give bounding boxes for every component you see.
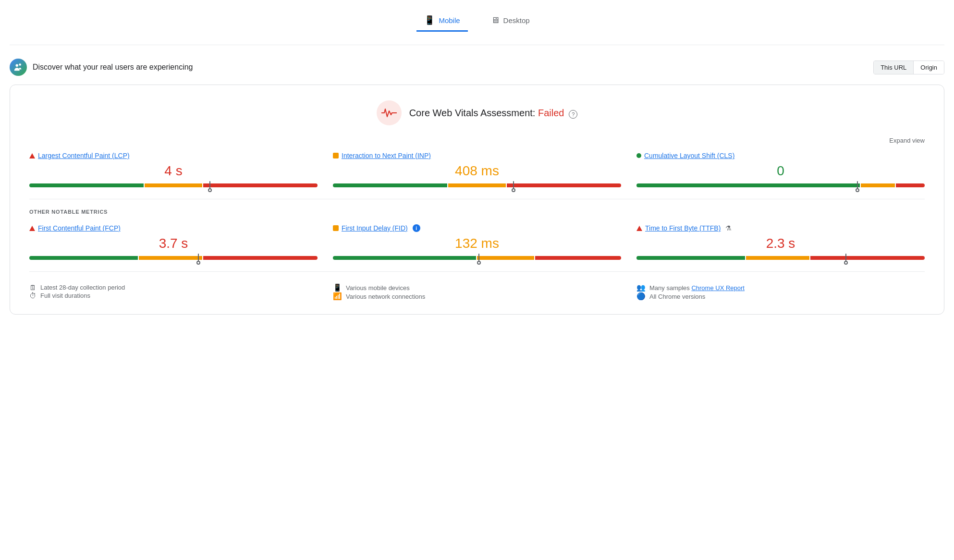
mobile-icon: 📱 [424,15,435,25]
footer-col-3: 👥 Many samples Chrome UX Report 🔵 All Ch… [636,283,925,301]
triangle-red-icon [636,226,642,231]
chrome-ux-report-link[interactable]: Chrome UX Report [691,284,745,292]
metric-name-inp[interactable]: Interaction to Next Paint (INP) [342,152,431,159]
metric-value-cls: 0 [636,163,925,179]
tab-mobile[interactable]: 📱 Mobile [416,10,467,32]
circle-green-icon [636,153,641,158]
core-metrics-grid: Largest Contentful Paint (LCP) 4 s Inter… [29,152,925,187]
footer-item: 📶 Various network connections [333,292,621,301]
metric-value-fcp: 3.7 s [29,236,318,251]
header-row: Discover what your real users are experi… [10,59,944,76]
square-orange-icon [333,153,339,158]
footer-item: 👥 Many samples Chrome UX Report [636,283,925,292]
metric-item-ttfb: Time to First Byte (TTFB)⚗ 2.3 s [636,224,925,260]
tab-mobile-label: Mobile [439,16,460,24]
origin-button[interactable]: Origin [914,61,944,74]
metric-name-fid[interactable]: First Input Delay (FID) [342,224,408,232]
footer-item-icon: 🗓 [29,283,37,292]
metric-value-lcp: 4 s [29,163,318,179]
assessment-title-area: Core Web Vitals Assessment: Failed ? [409,108,578,119]
url-toggle: This URL Origin [873,61,944,74]
experimental-icon: ⚗ [725,224,732,232]
other-metrics-grid: First Contentful Paint (FCP) 3.7 s First… [29,224,925,260]
footer-item: 🔵 All Chrome versions [636,292,925,301]
expand-view-link[interactable]: Expand view [889,137,925,144]
tab-desktop[interactable]: 🖥 Desktop [483,10,538,32]
metric-name-cls[interactable]: Cumulative Layout Shift (CLS) [644,152,734,159]
footer-item-icon: 🔵 [636,292,646,301]
footer-item-icon: 📶 [333,292,342,301]
footer-item-text: All Chrome versions [649,293,705,300]
tab-desktop-label: Desktop [503,16,530,24]
metric-item-cls: Cumulative Layout Shift (CLS) 0 [636,152,925,187]
footer: 🗓 Latest 28-day collection period ⏱ Full… [29,283,925,301]
assessment-status: Failed [538,108,564,118]
assessment-header: Core Web Vitals Assessment: Failed ? [29,100,925,125]
metric-name-ttfb[interactable]: Time to First Byte (TTFB) [645,224,721,232]
footer-item-icon: ⏱ [29,292,37,300]
footer-item-text: Various mobile devices [346,284,410,292]
footer-item: 🗓 Latest 28-day collection period [29,283,318,292]
assessment-title-prefix: Core Web Vitals Assessment: [409,108,538,118]
metric-item-inp: Interaction to Next Paint (INP) 408 ms [333,152,621,187]
footer-item-text: Various network connections [346,293,425,300]
metric-value-inp: 408 ms [333,163,621,179]
info-icon[interactable]: i [413,224,420,232]
svg-point-0 [16,64,19,67]
footer-item-icon: 📱 [333,283,342,292]
footer-item-text: Full visit durations [40,292,90,299]
metric-item-lcp: Largest Contentful Paint (LCP) 4 s [29,152,318,187]
svg-point-1 [19,63,21,66]
footer-item-text: Many samples Chrome UX Report [649,284,745,292]
this-url-button[interactable]: This URL [874,61,914,74]
header-title: Discover what your real users are experi… [33,63,193,72]
footer-col-1: 🗓 Latest 28-day collection period ⏱ Full… [29,283,318,301]
metric-item-fcp: First Contentful Paint (FCP) 3.7 s [29,224,318,260]
footer-col-2: 📱 Various mobile devices 📶 Various netwo… [333,283,621,301]
metric-value-ttfb: 2.3 s [636,236,925,251]
triangle-red-icon [29,153,35,158]
footer-item: ⏱ Full visit durations [29,292,318,300]
metric-name-lcp[interactable]: Largest Contentful Paint (LCP) [38,152,130,159]
desktop-icon: 🖥 [491,15,500,25]
footer-item: 📱 Various mobile devices [333,283,621,292]
metric-name-fcp[interactable]: First Contentful Paint (FCP) [38,224,121,232]
metric-value-fid: 132 ms [333,236,621,251]
square-orange-icon [333,225,339,231]
assessment-icon [377,100,402,125]
footer-item-icon: 👥 [636,283,646,292]
other-metrics-label: OTHER NOTABLE METRICS [29,209,925,215]
metric-item-fid: First Input Delay (FID)i 132 ms [333,224,621,260]
footer-item-text: Latest 28-day collection period [40,284,125,291]
help-icon[interactable]: ? [569,110,577,119]
triangle-red-icon [29,226,35,231]
avatar [10,59,27,76]
main-card: Core Web Vitals Assessment: Failed ? Exp… [10,85,944,315]
